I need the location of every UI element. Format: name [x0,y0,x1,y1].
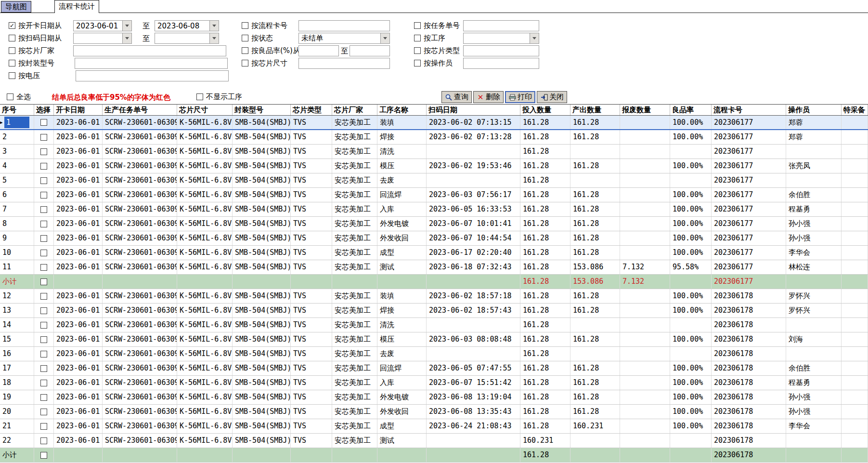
table-row[interactable]: 32023-06-01SCRW-230601-06309K-56MIL-6.8V… [0,145,868,159]
row-select-checkbox[interactable] [40,264,47,271]
table-row[interactable]: 222023-06-01SCRW-230601-06309K-56MIL-6.8… [0,434,868,448]
column-header-11[interactable]: 产出数量 [570,105,620,115]
chip-size-checkbox[interactable] [242,60,248,66]
table-row[interactable]: 132023-06-01SCRW-230601-06309K-56MIL-6.8… [0,304,868,318]
row-select-checkbox[interactable] [40,148,47,155]
table-row[interactable]: 172023-06-01SCRW-230601-06309K-56MIL-6.8… [0,361,868,376]
tab-navigation-map[interactable]: 导航图 [1,1,31,13]
column-header-12[interactable]: 报废数量 [620,105,670,115]
task-no-checkbox[interactable] [414,22,421,29]
table-row[interactable]: 52023-06-01SCRW-230601-06309K-56MIL-6.8V… [0,173,868,188]
process-combo[interactable] [463,33,539,44]
row-select-checkbox[interactable] [40,250,47,256]
column-header-1[interactable]: 选择 [34,105,54,115]
select-all-checkbox[interactable] [7,93,13,100]
row-select-checkbox[interactable] [40,336,47,343]
table-row[interactable]: 192023-06-01SCRW-230601-06309K-56MIL-6.8… [0,390,868,405]
chevron-down-icon[interactable] [122,33,131,43]
row-select-checkbox[interactable] [40,278,47,285]
row-select-checkbox[interactable] [40,351,47,357]
table-row[interactable]: 82023-06-01SCRW-230601-06309K-56MIL-6.8V… [0,217,868,231]
chevron-down-icon[interactable] [380,33,389,43]
task-no-input[interactable] [463,20,539,31]
table-row[interactable]: 162023-06-01SCRW-230601-06309K-56MIL-6.8… [0,347,868,361]
column-header-16[interactable]: 特采备 [842,105,868,115]
column-header-9[interactable]: 扫码日期 [427,105,520,115]
row-select-checkbox[interactable] [40,394,47,401]
row-select-checkbox[interactable] [40,177,47,184]
chip-vendor-checkbox[interactable] [9,47,15,54]
chevron-down-icon[interactable] [209,33,219,43]
row-select-checkbox[interactable] [40,409,47,415]
table-row[interactable]: 72023-06-01SCRW-230601-06309K-56MIL-6.8V… [0,202,868,217]
flow-card-no-input[interactable] [298,20,390,31]
scan-date-from-combo[interactable] [73,33,132,44]
table-row[interactable]: 42023-06-01SCRW-230601-06309K-56MIL-6.8V… [0,159,868,173]
chip-vendor-input[interactable] [73,45,226,56]
column-header-5[interactable]: 封装型号 [233,105,291,115]
subtotal-row[interactable]: 小计161.28202306178 [0,448,868,463]
operator-input[interactable] [463,58,539,69]
open-date-to-combo[interactable]: 2023-06-08 [155,20,219,31]
chevron-down-icon[interactable] [209,21,219,31]
row-select-checkbox[interactable] [40,437,47,444]
scan-date-checkbox[interactable] [9,35,15,41]
row-select-checkbox[interactable] [40,235,47,242]
status-combo[interactable]: 未结单 [298,33,390,44]
column-header-0[interactable]: 序号 [0,105,34,115]
package-model-checkbox[interactable] [9,60,15,66]
table-row[interactable]: 122023-06-01SCRW-230601-06309K-56MIL-6.8… [0,289,868,304]
voltage-checkbox[interactable] [9,72,15,79]
open-date-from-combo[interactable]: 2023-06-01 [73,20,132,31]
row-select-checkbox[interactable] [40,192,47,198]
scan-date-to-combo[interactable] [155,33,219,44]
column-header-2[interactable]: 开卡日期 [54,105,103,115]
column-header-14[interactable]: 流程卡号 [712,105,786,115]
package-model-input[interactable] [75,58,228,69]
table-row[interactable]: 142023-06-01SCRW-230601-06309K-56MIL-6.8… [0,318,868,332]
table-row[interactable]: 202023-06-01SCRW-230601-06309K-56MIL-6.8… [0,405,868,419]
row-select-checkbox[interactable] [40,163,47,170]
tab-flow-card-statistics[interactable]: 流程卡统计 [54,0,99,13]
row-select-checkbox[interactable] [40,452,47,459]
flow-card-no-checkbox[interactable] [242,22,248,29]
row-select-checkbox[interactable] [40,221,47,227]
column-header-6[interactable]: 芯片类型 [291,105,332,115]
chevron-down-icon[interactable] [530,33,539,43]
table-row[interactable]: 152023-06-01SCRW-230601-06309K-56MIL-6.8… [0,332,868,347]
table-row[interactable]: 212023-06-01SCRW-230601-06309K-56MIL-6.8… [0,419,868,434]
row-select-checkbox[interactable] [40,206,47,213]
table-row[interactable]: 112023-06-01SCRW-230601-06309K-56MIL-6.8… [0,260,868,275]
operator-checkbox[interactable] [414,60,421,66]
yield-rate-checkbox[interactable] [242,47,248,54]
row-select-checkbox[interactable] [40,365,47,372]
table-row[interactable]: 182023-06-01SCRW-230601-06309K-56MIL-6.8… [0,376,868,390]
yield-rate-to-input[interactable] [350,45,390,56]
table-row[interactable]: 92023-06-01SCRW-230601-06309K-56MIL-6.8V… [0,231,868,246]
column-header-15[interactable]: 操作员 [786,105,842,115]
chip-type-checkbox[interactable] [414,47,421,54]
row-select-checkbox[interactable] [40,119,47,126]
print-button[interactable]: 打印 [505,91,535,103]
column-header-13[interactable]: 良品率 [670,105,712,115]
process-checkbox[interactable] [414,35,421,41]
hide-process-checkbox[interactable] [196,93,203,100]
open-date-checkbox[interactable]: ✓ [9,22,15,29]
table-row[interactable]: 62023-06-01SCRW-230601-06309K-56MIL-6.8V… [0,188,868,202]
yield-rate-from-input[interactable] [298,45,339,56]
column-header-3[interactable]: 生产任务单号 [103,105,177,115]
column-header-7[interactable]: 芯片厂家 [332,105,377,115]
chevron-down-icon[interactable] [122,21,131,31]
row-select-checkbox[interactable] [40,293,47,300]
table-row[interactable]: ▶12023-06-01SCRW-230601-06309K-56MIL-6.8… [0,116,868,130]
status-checkbox[interactable] [242,35,248,41]
subtotal-row[interactable]: 小计161.28153.0867.132202306177 [0,275,868,289]
row-select-checkbox[interactable] [40,307,47,314]
column-header-10[interactable]: 投入数量 [520,105,570,115]
row-select-checkbox[interactable] [40,322,47,329]
table-row[interactable]: 102023-06-01SCRW-230601-06309K-56MIL-6.8… [0,246,868,260]
chip-size-input[interactable] [298,58,390,69]
row-select-checkbox[interactable] [40,423,47,430]
row-select-checkbox[interactable] [40,380,47,386]
voltage-input[interactable] [76,70,229,81]
